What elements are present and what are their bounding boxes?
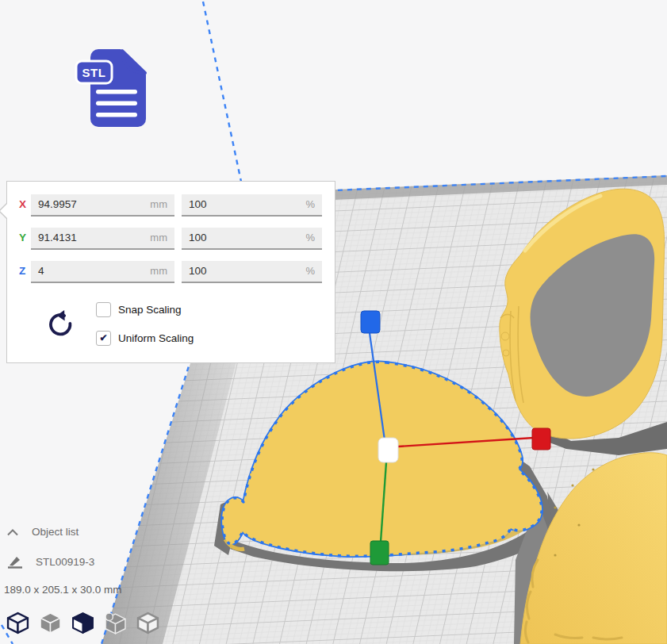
x-percent-value: 100 xyxy=(189,194,207,215)
snap-scaling-box[interactable] xyxy=(96,302,111,317)
object-list-label: Object list xyxy=(32,526,79,538)
y-size-unit: mm xyxy=(150,228,167,248)
gizmo-center-handle[interactable] xyxy=(378,438,398,462)
axis-row-z: Z 4 mm 100 % xyxy=(7,261,335,282)
gizmo-x-handle[interactable] xyxy=(532,428,550,450)
x-size-field[interactable]: 94.9957 mm xyxy=(31,194,174,217)
x-size-unit: mm xyxy=(150,194,167,215)
cube-wireframe-dark-icon[interactable] xyxy=(6,611,29,634)
uniform-scaling-label: Uniform Scaling xyxy=(118,332,194,344)
snap-scaling-label: Snap Scaling xyxy=(118,304,182,316)
chevron-up-icon xyxy=(6,528,19,536)
reset-scale-button[interactable] xyxy=(44,309,75,342)
z-percent-value: 100 xyxy=(189,261,207,282)
view-toolbar xyxy=(6,611,159,634)
uniform-scaling-box[interactable]: ✔ xyxy=(96,331,111,346)
snap-scaling-checkbox[interactable]: Snap Scaling xyxy=(96,302,182,317)
z-size-value: 4 xyxy=(38,261,44,282)
object-list-header[interactable]: Object list xyxy=(6,526,79,538)
z-size-field[interactable]: 4 mm xyxy=(31,261,174,283)
scale-tool-panel: X 94.9957 mm 100 % Y 91.4131 mm 100 % Z xyxy=(6,181,335,363)
gizmo-z-handle[interactable] xyxy=(361,311,380,333)
y-size-field[interactable]: 91.4131 mm xyxy=(31,228,174,250)
y-percent-unit: % xyxy=(305,228,315,248)
axis-label-x: X xyxy=(19,194,32,215)
reset-arrow-icon xyxy=(44,309,75,342)
axis-label-z: Z xyxy=(19,261,32,282)
axis-row-x: X 94.9957 mm 100 % xyxy=(7,194,335,215)
app-window: STL X 94.9957 mm 100 % Y 91.41 xyxy=(0,0,667,644)
stl-doc-lines xyxy=(96,90,137,117)
uniform-scaling-checkbox[interactable]: ✔ Uniform Scaling xyxy=(96,331,194,346)
y-size-value: 91.4131 xyxy=(38,228,77,248)
cube-solid-gray-icon[interactable] xyxy=(39,611,62,634)
z-size-unit: mm xyxy=(150,261,167,282)
object-item-name: STL00919-3 xyxy=(36,556,94,568)
pencil-icon xyxy=(6,554,24,569)
stl-badge-label: STL xyxy=(82,66,106,79)
object-list-item[interactable]: STL00919-3 xyxy=(6,554,94,569)
z-percent-field[interactable]: 100 % xyxy=(182,261,322,283)
x-percent-unit: % xyxy=(305,194,315,215)
cube-wireframe-gray-icon[interactable] xyxy=(136,611,159,634)
x-size-value: 94.9957 xyxy=(38,194,77,215)
y-percent-value: 100 xyxy=(189,228,207,248)
gizmo-y-handle[interactable] xyxy=(370,541,389,565)
cube-dark-white-face-icon[interactable] xyxy=(71,611,94,634)
x-percent-field[interactable]: 100 % xyxy=(182,194,322,217)
y-percent-field[interactable]: 100 % xyxy=(182,228,322,250)
axis-row-y: Y 91.4131 mm 100 % xyxy=(7,228,335,248)
object-dimensions: 189.0 x 205.1 x 30.0 mm xyxy=(4,584,122,596)
z-percent-unit: % xyxy=(305,261,315,282)
cube-gray-with-tab-icon[interactable] xyxy=(104,611,127,634)
axis-label-y: Y xyxy=(19,228,32,248)
